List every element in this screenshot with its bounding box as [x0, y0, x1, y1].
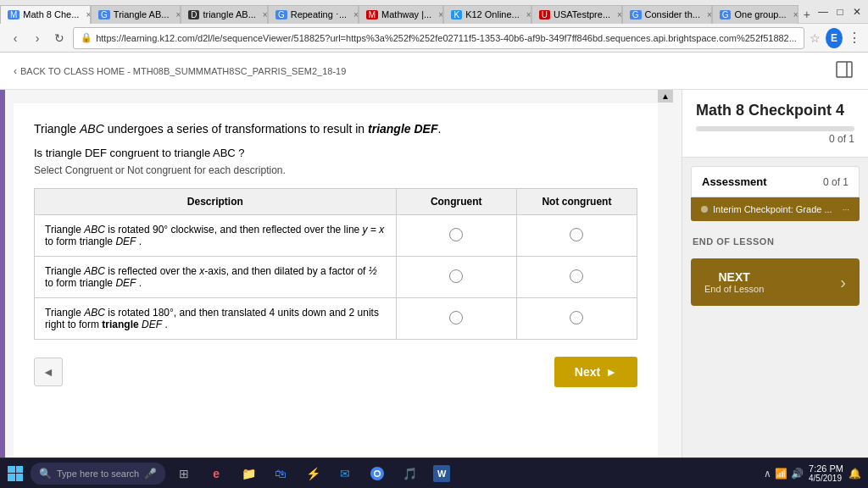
assessment-title: Assessment — [702, 175, 767, 188]
next-lesson-chevron-icon: › — [840, 273, 846, 292]
taskbar-edge[interactable]: e — [201, 458, 231, 489]
tab-favicon: G — [630, 10, 642, 19]
search-icon: 🔍 — [39, 468, 52, 480]
system-tray: ∧ 📶 🔊 — [764, 468, 804, 480]
row1-not-congruent-radio[interactable] — [570, 228, 583, 241]
tab-mathway[interactable]: M Mathway |... × — [359, 5, 444, 24]
tab-close-icon[interactable]: × — [793, 10, 798, 19]
tab-triangle-d[interactable]: D triangle AB... × — [181, 5, 268, 24]
navigation-buttons: ◄ Next ► — [34, 357, 637, 387]
table-row: Triangle ABC is rotated 90° clockwise, a… — [35, 215, 637, 257]
taskbar-explorer[interactable]: 📁 — [233, 458, 264, 489]
taskbar-chrome[interactable] — [362, 458, 392, 489]
volume-icon[interactable]: 🔊 — [791, 468, 804, 480]
table-header-row: Description Congruent Not congruent — [35, 189, 637, 215]
svg-point-4 — [376, 471, 380, 475]
tab-math8[interactable]: M Math 8 Che... × — [0, 5, 91, 24]
next-lesson-sublabel: End of Lesson — [704, 284, 764, 294]
new-tab-button[interactable]: + — [798, 5, 815, 24]
taskbar-task-view[interactable]: ⊞ — [169, 458, 199, 489]
tab-close-icon[interactable]: × — [526, 10, 531, 19]
question-text-part2: undergoes a series of transformations to… — [104, 122, 368, 136]
tab-label: Mathway |... — [381, 9, 431, 19]
tab-repeating[interactable]: G Repeating ⋅... × — [268, 5, 359, 24]
clock-display[interactable]: 7:26 PM 4/5/2019 — [809, 463, 843, 483]
browser-tabs-bar: M Math 8 Che... × G Triangle AB... × D t… — [0, 0, 868, 24]
tab-favicon: G — [98, 10, 110, 19]
progress-label: 0 of 1 — [696, 133, 854, 145]
next-button[interactable]: Next ► — [554, 357, 637, 387]
question-sub: Is triangle DEF congruent to triangle AB… — [34, 147, 637, 159]
end-of-lesson-label: END OF LESSON — [682, 230, 868, 253]
mail-icon: ✉ — [337, 465, 353, 482]
tab-consider[interactable]: G Consider th... × — [622, 5, 712, 24]
taskbar-onenote[interactable]: ⚡ — [298, 458, 328, 489]
start-button[interactable] — [0, 458, 31, 489]
row3-congruent-radio[interactable] — [449, 311, 463, 324]
taskbar-store[interactable]: 🛍 — [265, 458, 296, 489]
tab-label: K12 Online... — [465, 9, 520, 19]
store-icon: 🛍 — [272, 465, 289, 482]
assessment-header: Assessment 0 of 1 — [691, 166, 860, 197]
row3-not-congruent-radio[interactable] — [570, 311, 583, 324]
tab-close-icon[interactable]: × — [263, 10, 268, 19]
lock-icon: 🔒 — [81, 32, 92, 43]
tab-favicon: U — [539, 10, 550, 19]
content-area: ▲ Triangle ABC undergoes a series of tra… — [0, 90, 682, 488]
chevron-up-icon[interactable]: ∧ — [764, 468, 771, 480]
tab-favicon: G — [275, 10, 287, 19]
tab-favicon: D — [188, 10, 199, 19]
row2-not-congruent-radio[interactable] — [570, 269, 583, 283]
onenote-icon: ⚡ — [304, 465, 321, 482]
taskbar-spotify[interactable]: 🎵 — [394, 458, 425, 489]
question-text: Triangle ABC undergoes a series of trans… — [34, 120, 637, 138]
assessment-item[interactable]: Interim Checkpoint: Grade ... ··· — [691, 197, 860, 221]
clock-date: 4/5/2019 — [809, 474, 843, 483]
url-bar[interactable]: 🔒 https://learning.k12.com/d2l/le/sequen… — [73, 27, 804, 49]
progress-bar-background — [696, 126, 854, 131]
row2-congruent-radio[interactable] — [449, 269, 463, 283]
taskbar-word[interactable]: W — [426, 458, 457, 489]
table-row: Triangle ABC is reflected over the x-axi… — [35, 257, 637, 298]
row1-congruent-radio[interactable] — [449, 228, 463, 241]
forward-button[interactable]: › — [29, 28, 46, 48]
row2-not-congruent-cell — [516, 257, 637, 298]
svg-rect-0 — [837, 62, 852, 77]
next-lesson-button[interactable]: NEXT End of Lesson › — [691, 258, 860, 306]
minimize-button[interactable]: — — [815, 4, 831, 19]
back-to-class-link[interactable]: ‹ BACK TO CLASS HOME - MTH08B_SUMMMATH8S… — [14, 65, 346, 77]
scroll-up-button[interactable]: ▲ — [658, 90, 673, 103]
edge-icon: e — [208, 465, 225, 482]
assessment-section: Assessment 0 of 1 Interim Checkpoint: Gr… — [691, 166, 860, 221]
assessment-item-label: Interim Checkpoint: Grade ... — [713, 204, 832, 214]
close-button[interactable]: ✕ — [849, 4, 865, 19]
tab-usa[interactable]: U USATestpre... × — [531, 5, 622, 24]
item-dot-icon — [701, 206, 708, 213]
table-body: Triangle ABC is rotated 90° clockwise, a… — [35, 215, 637, 340]
word-icon: W — [433, 465, 450, 482]
panel-toggle-icon — [834, 59, 854, 80]
tab-k12[interactable]: K K12 Online... × — [443, 5, 531, 24]
col-header-congruent: Congruent — [396, 189, 516, 215]
extension-button[interactable]: E — [826, 28, 843, 48]
network-icon[interactable]: 📶 — [775, 468, 787, 480]
taskbar-right: ∧ 📶 🔊 7:26 PM 4/5/2019 🔔 — [764, 463, 868, 483]
table-row: Triangle ABC is rotated 180°, and then t… — [35, 298, 637, 340]
previous-button[interactable]: ◄ — [34, 358, 63, 386]
window-controls: — □ ✕ — [815, 4, 868, 19]
tab-onegroup[interactable]: G One group... × — [712, 5, 798, 24]
maximize-button[interactable]: □ — [832, 4, 848, 19]
browser-menu-button[interactable]: ⋮ — [848, 30, 861, 46]
notification-icon[interactable]: 🔔 — [849, 468, 861, 480]
taskbar-mail[interactable]: ✉ — [330, 458, 360, 489]
reload-button[interactable]: ↻ — [51, 28, 68, 48]
bookmark-icon[interactable]: ☆ — [810, 31, 821, 45]
tab-close-icon[interactable]: × — [438, 10, 443, 19]
panel-toggle-button[interactable] — [834, 59, 854, 82]
back-button[interactable]: ‹ — [7, 28, 24, 48]
tab-label: Consider th... — [645, 9, 700, 19]
next-button-label: Next — [575, 365, 600, 379]
assessment-item-dots: ··· — [843, 205, 849, 214]
search-bar[interactable]: 🔍 Type here to search 🎤 — [31, 463, 165, 485]
tab-triangle-g[interactable]: G Triangle AB... × — [91, 5, 181, 24]
